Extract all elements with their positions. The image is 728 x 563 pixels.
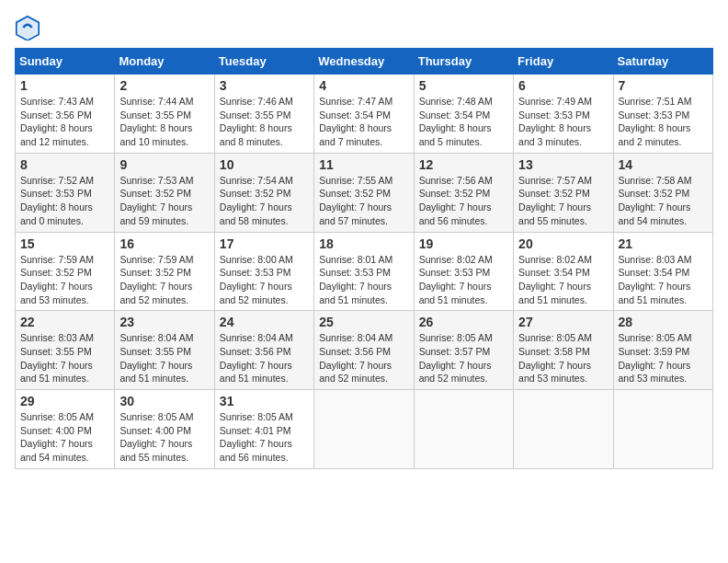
calendar-day-cell: 27 Sunrise: 8:05 AMSunset: 3:58 PMDaylig… <box>514 311 613 390</box>
day-of-week-header: Monday <box>115 49 214 75</box>
day-number: 31 <box>220 394 309 408</box>
day-number: 3 <box>220 78 309 93</box>
calendar-day-cell: 17 Sunrise: 8:00 AMSunset: 3:53 PMDaylig… <box>214 232 313 311</box>
calendar-day-cell <box>613 390 712 469</box>
day-number: 12 <box>419 157 508 172</box>
day-info: Sunrise: 8:05 AMSunset: 4:00 PMDaylight:… <box>119 410 209 465</box>
day-info: Sunrise: 7:48 AMSunset: 3:54 PMDaylight:… <box>419 95 508 149</box>
calendar-day-cell: 6 Sunrise: 7:49 AMSunset: 3:53 PMDayligh… <box>514 75 613 154</box>
calendar-day-cell: 16 Sunrise: 7:59 AMSunset: 3:52 PMDaylig… <box>115 232 214 311</box>
calendar-day-cell <box>314 390 414 469</box>
day-of-week-header: Thursday <box>414 49 513 75</box>
day-number: 17 <box>220 236 309 251</box>
day-number: 21 <box>619 236 708 251</box>
day-info: Sunrise: 7:52 AMSunset: 3:53 PMDaylight:… <box>20 174 109 228</box>
calendar-day-cell: 12 Sunrise: 7:56 AMSunset: 3:52 PMDaylig… <box>414 153 513 232</box>
calendar-day-cell: 11 Sunrise: 7:55 AMSunset: 3:52 PMDaylig… <box>314 153 414 232</box>
day-number: 7 <box>619 78 708 93</box>
day-info: Sunrise: 8:05 AMSunset: 4:00 PMDaylight:… <box>20 410 109 465</box>
day-info: Sunrise: 7:44 AMSunset: 3:55 PMDaylight:… <box>119 95 209 149</box>
calendar-day-cell: 26 Sunrise: 8:05 AMSunset: 3:57 PMDaylig… <box>414 311 513 390</box>
calendar-day-cell: 5 Sunrise: 7:48 AMSunset: 3:54 PMDayligh… <box>414 75 513 154</box>
calendar-day-cell: 4 Sunrise: 7:47 AMSunset: 3:54 PMDayligh… <box>314 75 414 154</box>
calendar-day-cell: 31 Sunrise: 8:05 AMSunset: 4:01 PMDaylig… <box>214 390 313 469</box>
day-info: Sunrise: 8:01 AMSunset: 3:53 PMDaylight:… <box>319 253 408 307</box>
day-number: 28 <box>619 315 708 329</box>
day-info: Sunrise: 8:05 AMSunset: 3:59 PMDaylight:… <box>619 331 708 385</box>
day-number: 20 <box>518 236 608 251</box>
calendar-week-row: 8 Sunrise: 7:52 AMSunset: 3:53 PMDayligh… <box>16 153 713 232</box>
day-info: Sunrise: 7:46 AMSunset: 3:55 PMDaylight:… <box>220 95 309 149</box>
day-info: Sunrise: 8:05 AMSunset: 4:01 PMDaylight:… <box>220 410 309 465</box>
day-number: 25 <box>319 315 408 329</box>
day-number: 1 <box>20 78 109 93</box>
day-number: 29 <box>20 394 109 408</box>
calendar-day-cell: 3 Sunrise: 7:46 AMSunset: 3:55 PMDayligh… <box>214 75 313 154</box>
day-of-week-header: Friday <box>514 49 613 75</box>
calendar-day-cell: 15 Sunrise: 7:59 AMSunset: 3:52 PMDaylig… <box>16 232 115 311</box>
day-info: Sunrise: 7:58 AMSunset: 3:52 PMDaylight:… <box>619 174 708 228</box>
calendar-day-cell: 2 Sunrise: 7:44 AMSunset: 3:55 PMDayligh… <box>115 75 214 154</box>
day-info: Sunrise: 8:05 AMSunset: 3:58 PMDaylight:… <box>518 331 608 385</box>
calendar-day-cell <box>514 390 613 469</box>
calendar-day-cell: 23 Sunrise: 8:04 AMSunset: 3:55 PMDaylig… <box>115 311 214 390</box>
day-info: Sunrise: 7:53 AMSunset: 3:52 PMDaylight:… <box>119 174 209 228</box>
calendar-day-cell: 18 Sunrise: 8:01 AMSunset: 3:53 PMDaylig… <box>314 232 414 311</box>
day-info: Sunrise: 8:03 AMSunset: 3:54 PMDaylight:… <box>619 253 708 307</box>
day-number: 18 <box>319 236 408 251</box>
day-number: 22 <box>20 315 109 329</box>
calendar-day-cell: 13 Sunrise: 7:57 AMSunset: 3:52 PMDaylig… <box>514 153 613 232</box>
logo <box>15 15 44 40</box>
logo-icon <box>15 15 40 40</box>
calendar-day-cell: 9 Sunrise: 7:53 AMSunset: 3:52 PMDayligh… <box>115 153 214 232</box>
day-number: 13 <box>518 157 608 172</box>
day-number: 4 <box>319 78 408 93</box>
calendar-day-cell: 1 Sunrise: 7:43 AMSunset: 3:56 PMDayligh… <box>16 75 115 154</box>
day-number: 19 <box>419 236 508 251</box>
day-info: Sunrise: 7:49 AMSunset: 3:53 PMDaylight:… <box>518 95 608 149</box>
day-info: Sunrise: 7:56 AMSunset: 3:52 PMDaylight:… <box>419 174 508 228</box>
day-of-week-header: Saturday <box>613 49 712 75</box>
calendar-week-row: 15 Sunrise: 7:59 AMSunset: 3:52 PMDaylig… <box>16 232 713 311</box>
day-number: 11 <box>319 157 408 172</box>
day-of-week-header: Sunday <box>16 49 115 75</box>
day-info: Sunrise: 8:02 AMSunset: 3:53 PMDaylight:… <box>419 253 508 307</box>
day-number: 6 <box>518 78 608 93</box>
day-number: 9 <box>119 157 209 172</box>
day-number: 24 <box>220 315 309 329</box>
day-info: Sunrise: 8:04 AMSunset: 3:56 PMDaylight:… <box>319 331 408 385</box>
day-number: 2 <box>119 78 209 93</box>
day-number: 27 <box>518 315 608 329</box>
calendar-day-cell: 25 Sunrise: 8:04 AMSunset: 3:56 PMDaylig… <box>314 311 414 390</box>
day-info: Sunrise: 8:04 AMSunset: 3:55 PMDaylight:… <box>119 331 209 385</box>
day-number: 8 <box>20 157 109 172</box>
calendar-day-cell: 21 Sunrise: 8:03 AMSunset: 3:54 PMDaylig… <box>613 232 712 311</box>
calendar-day-cell: 8 Sunrise: 7:52 AMSunset: 3:53 PMDayligh… <box>16 153 115 232</box>
day-info: Sunrise: 7:54 AMSunset: 3:52 PMDaylight:… <box>220 174 309 228</box>
day-info: Sunrise: 7:55 AMSunset: 3:52 PMDaylight:… <box>319 174 408 228</box>
day-number: 23 <box>119 315 209 329</box>
calendar-day-cell <box>414 390 513 469</box>
calendar-day-cell: 19 Sunrise: 8:02 AMSunset: 3:53 PMDaylig… <box>414 232 513 311</box>
day-number: 15 <box>20 236 109 251</box>
day-info: Sunrise: 7:51 AMSunset: 3:53 PMDaylight:… <box>619 95 708 149</box>
day-number: 5 <box>419 78 508 93</box>
day-number: 30 <box>119 394 209 408</box>
day-info: Sunrise: 7:59 AMSunset: 3:52 PMDaylight:… <box>20 253 109 307</box>
calendar-week-row: 22 Sunrise: 8:03 AMSunset: 3:55 PMDaylig… <box>16 311 713 390</box>
day-info: Sunrise: 7:43 AMSunset: 3:56 PMDaylight:… <box>20 95 109 149</box>
day-info: Sunrise: 8:00 AMSunset: 3:53 PMDaylight:… <box>220 253 309 307</box>
day-info: Sunrise: 8:02 AMSunset: 3:54 PMDaylight:… <box>518 253 608 307</box>
calendar-day-cell: 30 Sunrise: 8:05 AMSunset: 4:00 PMDaylig… <box>115 390 214 469</box>
calendar-table: SundayMondayTuesdayWednesdayThursdayFrid… <box>15 48 713 469</box>
calendar-day-cell: 14 Sunrise: 7:58 AMSunset: 3:52 PMDaylig… <box>613 153 712 232</box>
calendar-day-cell: 20 Sunrise: 8:02 AMSunset: 3:54 PMDaylig… <box>514 232 613 311</box>
day-of-week-header: Tuesday <box>214 49 313 75</box>
day-number: 16 <box>119 236 209 251</box>
calendar-day-cell: 22 Sunrise: 8:03 AMSunset: 3:55 PMDaylig… <box>16 311 115 390</box>
day-info: Sunrise: 8:03 AMSunset: 3:55 PMDaylight:… <box>20 331 109 385</box>
day-number: 10 <box>220 157 309 172</box>
calendar-header: SundayMondayTuesdayWednesdayThursdayFrid… <box>16 49 713 75</box>
page-header <box>15 15 713 40</box>
day-number: 14 <box>619 157 708 172</box>
